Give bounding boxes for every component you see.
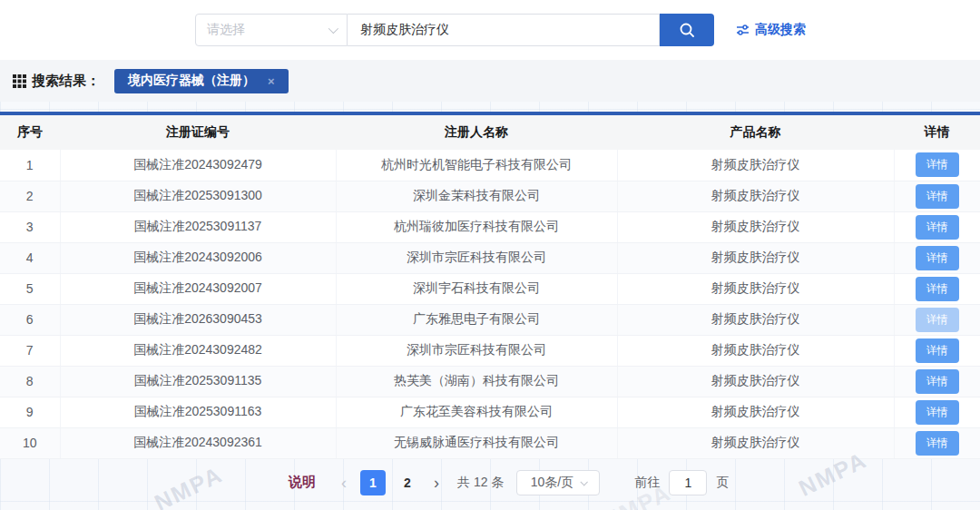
registration-number: 国械注准20243092007 bbox=[60, 273, 336, 304]
registration-number: 国械注准20243092482 bbox=[60, 335, 336, 366]
pagination: 说明 ‹ 1 2 › 共 12 条 10条/页 前往 页 bbox=[289, 470, 980, 495]
category-select[interactable]: 请选择 bbox=[195, 14, 348, 46]
header-index: 序号 bbox=[0, 115, 60, 150]
close-icon[interactable]: × bbox=[268, 74, 275, 88]
detail-cell: 详情 bbox=[894, 427, 980, 458]
detail-button[interactable]: 详情 bbox=[916, 308, 959, 332]
chevron-down-icon bbox=[328, 24, 338, 34]
registrant-name: 无锡威脉通医疗科技有限公司 bbox=[336, 427, 617, 458]
product-name: 射频皮肤治疗仪 bbox=[617, 427, 894, 458]
page-button-1[interactable]: 1 bbox=[360, 470, 386, 495]
spacer bbox=[0, 102, 980, 112]
detail-cell: 详情 bbox=[894, 211, 980, 242]
product-name: 射频皮肤治疗仪 bbox=[617, 242, 894, 273]
product-name: 射频皮肤治疗仪 bbox=[617, 211, 894, 242]
search-button[interactable] bbox=[660, 14, 714, 46]
header-registration-number: 注册证编号 bbox=[60, 115, 336, 150]
registrant-name: 广东花至美容科技有限公司 bbox=[336, 397, 617, 427]
next-page-button[interactable]: › bbox=[425, 471, 448, 495]
registration-number: 国械注准20263090453 bbox=[60, 304, 336, 335]
registrant-name: 杭州时光机智能电子科技有限公司 bbox=[336, 150, 617, 181]
detail-button[interactable]: 详情 bbox=[916, 215, 959, 240]
watermark: NMPA bbox=[151, 461, 227, 510]
filter-sliders-icon bbox=[736, 24, 750, 36]
registrant-name: 深圳市宗匠科技有限公司 bbox=[336, 335, 617, 366]
table-row: 1国械注准20243092479杭州时光机智能电子科技有限公司射频皮肤治疗仪详情 bbox=[0, 150, 980, 181]
table-row: 4国械注准20243092006深圳市宗匠科技有限公司射频皮肤治疗仪详情 bbox=[0, 242, 980, 273]
prev-page-button[interactable]: ‹ bbox=[332, 471, 356, 495]
category-select-placeholder: 请选择 bbox=[207, 22, 245, 38]
row-index: 8 bbox=[0, 366, 60, 397]
registrant-name: 深圳金茉科技有限公司 bbox=[336, 181, 617, 211]
product-name: 射频皮肤治疗仪 bbox=[617, 181, 894, 211]
grid-icon bbox=[13, 74, 26, 88]
row-index: 4 bbox=[0, 242, 60, 273]
results-bar: 搜索结果： 境内医疗器械（注册） × bbox=[0, 60, 980, 102]
header-registrant-name: 注册人名称 bbox=[336, 115, 617, 150]
detail-button[interactable]: 详情 bbox=[916, 400, 959, 425]
table-row: 2国械注准20253091300深圳金茉科技有限公司射频皮肤治疗仪详情 bbox=[0, 181, 980, 211]
search-input[interactable] bbox=[348, 14, 660, 46]
product-name: 射频皮肤治疗仪 bbox=[617, 273, 894, 304]
registrant-name: 杭州瑞彼加医疗科技有限公司 bbox=[336, 211, 617, 242]
product-name: 射频皮肤治疗仪 bbox=[617, 150, 894, 181]
registration-number: 国械注准20243092006 bbox=[60, 242, 336, 273]
header-product-name: 产品名称 bbox=[617, 115, 894, 150]
registration-number: 国械注准20253091137 bbox=[60, 211, 336, 242]
table-row: 6国械注准20263090453广东雅思电子有限公司射频皮肤治疗仪详情 bbox=[0, 304, 980, 335]
results-table: 序号 注册证编号 注册人名称 产品名称 详情 1国械注准20243092479杭… bbox=[0, 115, 980, 459]
detail-cell: 详情 bbox=[894, 366, 980, 397]
table-row: 5国械注准20243092007深圳宇石科技有限公司射频皮肤治疗仪详情 bbox=[0, 273, 980, 304]
table-row: 8国械注准20253091135热芙美（湖南）科技有限公司射频皮肤治疗仪详情 bbox=[0, 366, 980, 397]
goto-page-input[interactable] bbox=[669, 470, 707, 495]
detail-button[interactable]: 详情 bbox=[916, 184, 959, 209]
detail-cell: 详情 bbox=[894, 304, 980, 335]
table-row: 10国械注准20243092361无锡威脉通医疗科技有限公司射频皮肤治疗仪详情 bbox=[0, 427, 980, 458]
page-size-value: 10条/页 bbox=[531, 475, 573, 491]
row-index: 9 bbox=[0, 397, 60, 427]
search-icon bbox=[678, 21, 696, 39]
page-size-select[interactable]: 10条/页 bbox=[516, 470, 600, 495]
detail-cell: 详情 bbox=[894, 150, 980, 181]
total-count: 共 12 条 bbox=[457, 475, 504, 491]
row-index: 3 bbox=[0, 211, 60, 242]
registration-number: 国械注准20253091163 bbox=[60, 397, 336, 427]
product-name: 射频皮肤治疗仪 bbox=[617, 366, 894, 397]
detail-button[interactable]: 详情 bbox=[916, 369, 959, 394]
registrant-name: 广东雅思电子有限公司 bbox=[336, 304, 617, 335]
product-name: 射频皮肤治疗仪 bbox=[617, 304, 894, 335]
results-label: 搜索结果： bbox=[32, 73, 100, 90]
result-filter-tag[interactable]: 境内医疗器械（注册） × bbox=[114, 69, 289, 93]
detail-button[interactable]: 详情 bbox=[916, 338, 959, 363]
row-index: 7 bbox=[0, 335, 60, 366]
detail-button[interactable]: 详情 bbox=[916, 246, 959, 270]
detail-cell: 详情 bbox=[894, 242, 980, 273]
detail-button[interactable]: 详情 bbox=[916, 277, 959, 301]
table-body: 1国械注准20243092479杭州时光机智能电子科技有限公司射频皮肤治疗仪详情… bbox=[0, 150, 980, 458]
row-index: 6 bbox=[0, 304, 60, 335]
detail-cell: 详情 bbox=[894, 273, 980, 304]
note-link[interactable]: 说明 bbox=[289, 474, 316, 491]
chevron-down-icon bbox=[581, 478, 588, 485]
results-region: 搜索结果： 境内医疗器械（注册） × 序号 注册证编号 注册人名称 产品名称 详… bbox=[0, 60, 980, 510]
registrant-name: 深圳市宗匠科技有限公司 bbox=[336, 242, 617, 273]
result-filter-tag-label: 境内医疗器械（注册） bbox=[128, 73, 255, 89]
page-button-2[interactable]: 2 bbox=[395, 470, 420, 495]
detail-button[interactable]: 详情 bbox=[916, 431, 959, 456]
row-index: 10 bbox=[0, 427, 60, 458]
row-index: 2 bbox=[0, 181, 60, 211]
header-detail: 详情 bbox=[894, 115, 980, 150]
row-index: 1 bbox=[0, 150, 60, 181]
table-row: 9国械注准20253091163广东花至美容科技有限公司射频皮肤治疗仪详情 bbox=[0, 397, 980, 427]
product-name: 射频皮肤治疗仪 bbox=[617, 397, 894, 427]
detail-button[interactable]: 详情 bbox=[916, 152, 959, 177]
advanced-search-link[interactable]: 高级搜索 bbox=[736, 22, 806, 38]
row-index: 5 bbox=[0, 273, 60, 304]
advanced-search-label: 高级搜索 bbox=[755, 22, 806, 38]
registration-number: 国械注准20243092361 bbox=[60, 427, 336, 458]
registration-number: 国械注准20253091300 bbox=[60, 181, 336, 211]
registration-number: 国械注准20253091135 bbox=[60, 366, 336, 397]
goto-suffix: 页 bbox=[716, 475, 729, 491]
table-row: 7国械注准20243092482深圳市宗匠科技有限公司射频皮肤治疗仪详情 bbox=[0, 335, 980, 366]
registrant-name: 热芙美（湖南）科技有限公司 bbox=[336, 366, 617, 397]
